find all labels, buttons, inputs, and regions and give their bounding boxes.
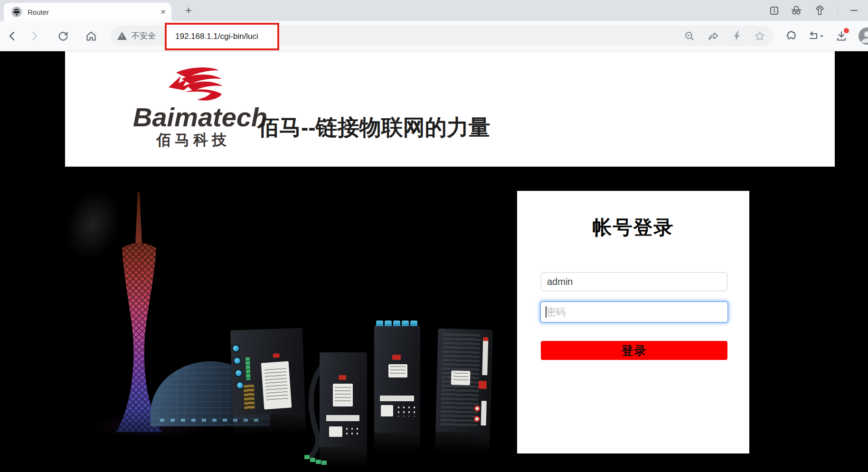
login-button[interactable]: 登录 xyxy=(541,341,727,360)
titlebar: Router × + 1 xyxy=(0,0,868,21)
not-secure-label[interactable]: 不安全 xyxy=(132,30,156,41)
tab-close-icon[interactable]: × xyxy=(160,7,166,17)
brand-name: Baimatech xyxy=(133,102,267,132)
url-highlight-annotation: 192.168.1.1/cgi-bin/luci xyxy=(165,23,279,50)
titlebar-right-controls: 1 xyxy=(770,0,868,21)
url-text[interactable]: 192.168.1.1/cgi-bin/luci xyxy=(175,32,258,41)
extensions-puzzle-icon[interactable] xyxy=(784,30,796,42)
login-panel: 帐号登录 登录 xyxy=(517,191,749,453)
browser-tab[interactable]: Router × xyxy=(4,3,171,21)
tab-counter-icon[interactable]: 1 xyxy=(770,7,778,15)
router-device-graphic xyxy=(297,336,377,469)
minimize-icon[interactable] xyxy=(850,10,858,11)
theme-shirt-icon[interactable] xyxy=(814,5,825,16)
downloads-icon[interactable] xyxy=(836,30,847,42)
home-icon[interactable] xyxy=(83,28,100,45)
router-device-graphic xyxy=(374,325,420,433)
router-device-graphic xyxy=(435,329,493,434)
tab-title: Router xyxy=(28,8,160,16)
new-tab-button[interactable]: + xyxy=(182,4,195,17)
back-icon[interactable] xyxy=(4,28,21,45)
zoom-out-icon[interactable] xyxy=(684,30,695,42)
titlebar-divider xyxy=(838,7,838,14)
forward-icon[interactable] xyxy=(26,28,43,45)
not-secure-warning-icon[interactable]: ! xyxy=(117,32,127,40)
text-caret xyxy=(546,306,547,318)
download-badge xyxy=(844,28,849,33)
browser-window: Router × + 1 xyxy=(0,0,868,472)
password-input[interactable] xyxy=(540,301,728,323)
reopen-tab-icon[interactable] xyxy=(807,30,824,42)
brand-name-cn: 佰马科技 xyxy=(156,130,230,150)
page-viewport: Baimatech 佰马科技 佰马--链接物联网的力量 xyxy=(0,51,868,472)
router-device-graphic xyxy=(230,328,305,415)
site-header: Baimatech 佰马科技 佰马--链接物联网的力量 xyxy=(65,51,835,167)
tab-count: 1 xyxy=(773,8,776,13)
share-icon[interactable] xyxy=(708,30,720,42)
router-favicon-icon xyxy=(11,7,22,17)
toolbar-right-controls xyxy=(784,21,868,51)
lightning-icon[interactable] xyxy=(732,30,742,42)
site-tagline: 佰马--链接物联网的力量 xyxy=(257,113,491,142)
login-title: 帐号登录 xyxy=(517,215,749,241)
bookmark-star-icon[interactable] xyxy=(754,30,765,42)
toolbar: ! 不安全 xyxy=(0,21,868,51)
incognito-icon[interactable] xyxy=(791,5,802,16)
username-input[interactable] xyxy=(541,272,727,291)
profile-avatar[interactable] xyxy=(859,28,868,45)
reload-icon[interactable] xyxy=(55,28,72,45)
